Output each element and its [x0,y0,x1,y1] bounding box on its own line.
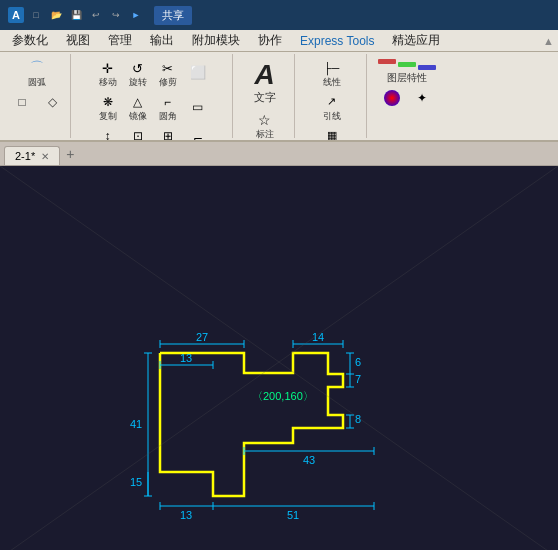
svg-text:43: 43 [303,454,315,466]
menu-shuchu[interactable]: 输出 [142,30,182,51]
ribbon-btn-mirror[interactable]: △ 镜像 [124,90,152,124]
tab-drawing[interactable]: 2-1* ✕ [4,146,60,165]
ribbon-btn-rotate[interactable]: ↺ 旋转 [124,56,152,90]
open-icon[interactable]: 📂 [48,7,64,23]
menu-canshuhua[interactable]: 参数化 [4,30,56,51]
color-icon [384,90,400,106]
ribbon-btn-trim[interactable]: ✂ 修剪 [154,56,182,90]
ribbon-group-text: A 文字 ☆ 标注 [235,54,295,138]
svg-text:13: 13 [180,352,192,364]
svg-rect-0 [0,166,558,550]
redo-icon[interactable]: ↪ [108,7,124,23]
arrow-icon[interactable]: ► [128,7,144,23]
menu-fujia[interactable]: 附加模块 [184,30,248,51]
ribbon-btn-color[interactable] [378,88,406,108]
leader-label: 引线 [323,112,341,122]
move-icon: ✛ [98,58,118,78]
app-icon: A [8,7,24,23]
ribbon-btn-move[interactable]: ✛ 移动 [94,56,122,90]
layer-label: 图层特性 [387,72,427,83]
menu-express-tools[interactable]: Express Tools [292,32,382,50]
drawing-canvas: 27 14 13 7 6 8 41 15 13 51 43 〈200,160〉 [0,166,558,550]
svg-text:14: 14 [312,331,324,343]
ribbon-btn-props[interactable]: ✦ [408,86,436,110]
rotate-label: 旋转 [129,78,147,88]
ribbon-btn-text[interactable]: A 文字 [244,56,286,106]
ribbon-btn-extra3[interactable]: ⊏ [184,129,212,142]
menu-jingxuan[interactable]: 精选应用 [384,30,448,51]
stretch-icon: ↕ [98,126,118,142]
new-icon[interactable]: □ [28,7,44,23]
ribbon-btn-rect[interactable]: □ [8,90,36,114]
title-bar-icons: A □ 📂 💾 ↩ ↪ ► [8,7,144,23]
dim-label: 标注 [256,130,274,140]
ribbon-row-modify-1: ✛ 移动 ↺ 旋转 ✂ 修剪 ⬜ [94,56,212,90]
arc-label: 圆弧 [28,78,46,88]
trim-icon: ✂ [158,58,178,78]
tab-label: 2-1* [15,150,35,162]
ribbon-btn-copy[interactable]: ❋ 复制 [94,90,122,124]
copy-label: 复制 [99,112,117,122]
trim-label: 修剪 [159,78,177,88]
cursor-label: 〈200,160〉 [252,390,314,402]
svg-text:51: 51 [287,509,299,521]
ribbon-btn-fillet[interactable]: ⌐ 圆角 [154,90,182,124]
svg-text:27: 27 [196,331,208,343]
collapse-icon[interactable]: ▲ [543,35,554,47]
ribbon-group-annotation: ├─ 线性 ↗ 引线 ▦ 表格 注释▼ [297,54,367,138]
tab-bar: 2-1* ✕ + [0,142,558,166]
ribbon-row-layer-2: ✦ [378,86,436,110]
scale-icon: ⊡ [128,126,148,142]
ribbon-row-draw-1: ⌒ 圆弧 [23,56,51,90]
ribbon-btn-poly[interactable]: ◇ [38,90,66,114]
text-label: 文字 [254,91,276,103]
extra1-icon: ⬜ [188,63,208,83]
props-icon: ✦ [412,88,432,108]
ribbon-btn-array[interactable]: ⊞ 阵列 [154,124,182,142]
ribbon-btn-extra1[interactable]: ⬜ [184,61,212,85]
ribbon-group-modify: ✛ 移动 ↺ 旋转 ✂ 修剪 ⬜ ❋ 复制 △ 镜像 [73,54,233,138]
drawing-area[interactable]: 27 14 13 7 6 8 41 15 13 51 43 〈200,160〉 [0,166,558,550]
ribbon: ⌒ 圆弧 □ ◇ ✛ 移动 ↺ 旋转 ✂ 修剪 [0,52,558,142]
extra2-icon: ▭ [188,97,208,117]
menu-guanli[interactable]: 管理 [100,30,140,51]
ribbon-group-layer: 图层特性 ✦ [369,54,445,138]
copy-icon: ❋ [98,92,118,112]
fillet-icon: ⌐ [158,92,178,112]
ribbon-btn-arc[interactable]: ⌒ 圆弧 [23,56,51,90]
fillet-label: 圆角 [159,112,177,122]
menu-bar: 参数化 视图 管理 输出 附加模块 协作 Express Tools 精选应用 … [0,30,558,52]
rect-icon: □ [12,92,32,112]
poly-icon: ◇ [42,92,62,112]
mirror-icon: △ [128,92,148,112]
ribbon-row-modify-2: ❋ 复制 △ 镜像 ⌐ 圆角 ▭ [94,90,212,124]
ribbon-btn-leader[interactable]: ↗ 引线 [318,90,346,124]
arc-icon: ⌒ [27,58,47,78]
mirror-label: 镜像 [129,112,147,122]
ribbon-row-ann-3: ▦ 表格 [318,124,346,142]
ribbon-btn-stretch[interactable]: ↕ 拉伸 [94,124,122,142]
ribbon-btn-table[interactable]: ▦ 表格 [318,124,346,142]
ribbon-btn-layer[interactable]: 图层特性 [373,56,441,86]
share-button[interactable]: 共享 [154,6,192,25]
ribbon-row-draw-2: □ ◇ [8,90,66,114]
undo-icon[interactable]: ↩ [88,7,104,23]
menu-shitu[interactable]: 视图 [58,30,98,51]
svg-text:7: 7 [355,373,361,385]
linear-label: 线性 [323,78,341,88]
ribbon-btn-dim[interactable]: ☆ 标注 [251,108,279,142]
tab-close-icon[interactable]: ✕ [41,151,49,162]
tab-add-button[interactable]: + [60,143,80,165]
svg-text:41: 41 [130,418,142,430]
ribbon-btn-linear[interactable]: ├─ 线性 [318,56,346,90]
ribbon-btn-extra2[interactable]: ▭ [184,95,212,119]
table-icon: ▦ [322,126,342,142]
menu-xiezuo[interactable]: 协作 [250,30,290,51]
ribbon-btn-scale[interactable]: ⊡ 缩放 [124,124,152,142]
move-label: 移动 [99,78,117,88]
save-icon[interactable]: 💾 [68,7,84,23]
ribbon-row-ann-2: ↗ 引线 [318,90,346,124]
array-icon: ⊞ [158,126,178,142]
rotate-icon: ↺ [128,58,148,78]
ribbon-row-ann-1: ├─ 线性 [318,56,346,90]
